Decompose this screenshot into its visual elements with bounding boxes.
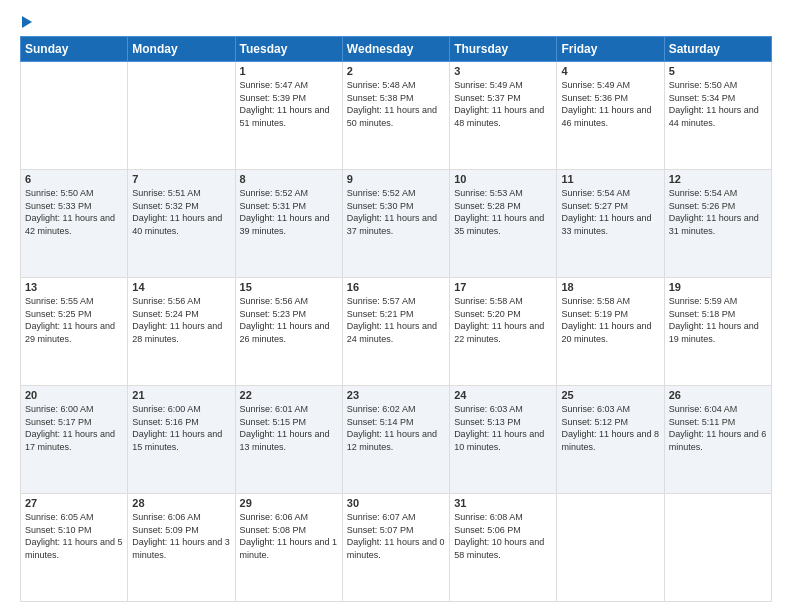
day-number: 18 <box>561 281 659 293</box>
day-number: 1 <box>240 65 338 77</box>
calendar-week-row: 1Sunrise: 5:47 AM Sunset: 5:39 PM Daylig… <box>21 62 772 170</box>
day-number: 9 <box>347 173 445 185</box>
calendar-cell: 12Sunrise: 5:54 AM Sunset: 5:26 PM Dayli… <box>664 170 771 278</box>
day-number: 25 <box>561 389 659 401</box>
day-number: 4 <box>561 65 659 77</box>
calendar-cell: 31Sunrise: 6:08 AM Sunset: 5:06 PM Dayli… <box>450 494 557 602</box>
calendar-week-row: 27Sunrise: 6:05 AM Sunset: 5:10 PM Dayli… <box>21 494 772 602</box>
day-number: 17 <box>454 281 552 293</box>
day-info: Sunrise: 6:03 AM Sunset: 5:13 PM Dayligh… <box>454 403 552 453</box>
calendar-cell: 19Sunrise: 5:59 AM Sunset: 5:18 PM Dayli… <box>664 278 771 386</box>
calendar-cell <box>557 494 664 602</box>
calendar-cell: 28Sunrise: 6:06 AM Sunset: 5:09 PM Dayli… <box>128 494 235 602</box>
calendar-cell: 13Sunrise: 5:55 AM Sunset: 5:25 PM Dayli… <box>21 278 128 386</box>
day-number: 19 <box>669 281 767 293</box>
day-number: 15 <box>240 281 338 293</box>
calendar-body: 1Sunrise: 5:47 AM Sunset: 5:39 PM Daylig… <box>21 62 772 602</box>
day-number: 27 <box>25 497 123 509</box>
day-info: Sunrise: 5:56 AM Sunset: 5:24 PM Dayligh… <box>132 295 230 345</box>
calendar-cell: 17Sunrise: 5:58 AM Sunset: 5:20 PM Dayli… <box>450 278 557 386</box>
calendar-cell: 14Sunrise: 5:56 AM Sunset: 5:24 PM Dayli… <box>128 278 235 386</box>
calendar-cell: 22Sunrise: 6:01 AM Sunset: 5:15 PM Dayli… <box>235 386 342 494</box>
day-info: Sunrise: 5:48 AM Sunset: 5:38 PM Dayligh… <box>347 79 445 129</box>
calendar-cell: 2Sunrise: 5:48 AM Sunset: 5:38 PM Daylig… <box>342 62 449 170</box>
calendar-cell: 20Sunrise: 6:00 AM Sunset: 5:17 PM Dayli… <box>21 386 128 494</box>
day-number: 22 <box>240 389 338 401</box>
day-number: 24 <box>454 389 552 401</box>
day-number: 13 <box>25 281 123 293</box>
calendar-cell: 16Sunrise: 5:57 AM Sunset: 5:21 PM Dayli… <box>342 278 449 386</box>
day-of-week-header: Thursday <box>450 37 557 62</box>
calendar-cell <box>128 62 235 170</box>
day-number: 8 <box>240 173 338 185</box>
day-number: 3 <box>454 65 552 77</box>
day-number: 5 <box>669 65 767 77</box>
page: SundayMondayTuesdayWednesdayThursdayFrid… <box>0 0 792 612</box>
day-info: Sunrise: 6:06 AM Sunset: 5:08 PM Dayligh… <box>240 511 338 561</box>
day-of-week-header: Sunday <box>21 37 128 62</box>
calendar-cell: 7Sunrise: 5:51 AM Sunset: 5:32 PM Daylig… <box>128 170 235 278</box>
calendar-cell: 21Sunrise: 6:00 AM Sunset: 5:16 PM Dayli… <box>128 386 235 494</box>
day-number: 2 <box>347 65 445 77</box>
day-info: Sunrise: 6:04 AM Sunset: 5:11 PM Dayligh… <box>669 403 767 453</box>
day-number: 6 <box>25 173 123 185</box>
days-of-week-row: SundayMondayTuesdayWednesdayThursdayFrid… <box>21 37 772 62</box>
calendar-cell: 5Sunrise: 5:50 AM Sunset: 5:34 PM Daylig… <box>664 62 771 170</box>
day-number: 12 <box>669 173 767 185</box>
day-of-week-header: Monday <box>128 37 235 62</box>
calendar-cell: 6Sunrise: 5:50 AM Sunset: 5:33 PM Daylig… <box>21 170 128 278</box>
calendar-week-row: 13Sunrise: 5:55 AM Sunset: 5:25 PM Dayli… <box>21 278 772 386</box>
day-info: Sunrise: 5:54 AM Sunset: 5:26 PM Dayligh… <box>669 187 767 237</box>
calendar-week-row: 20Sunrise: 6:00 AM Sunset: 5:17 PM Dayli… <box>21 386 772 494</box>
day-info: Sunrise: 5:58 AM Sunset: 5:20 PM Dayligh… <box>454 295 552 345</box>
day-number: 31 <box>454 497 552 509</box>
day-info: Sunrise: 6:01 AM Sunset: 5:15 PM Dayligh… <box>240 403 338 453</box>
day-info: Sunrise: 5:55 AM Sunset: 5:25 PM Dayligh… <box>25 295 123 345</box>
calendar-cell: 30Sunrise: 6:07 AM Sunset: 5:07 PM Dayli… <box>342 494 449 602</box>
calendar-cell: 26Sunrise: 6:04 AM Sunset: 5:11 PM Dayli… <box>664 386 771 494</box>
day-info: Sunrise: 5:50 AM Sunset: 5:34 PM Dayligh… <box>669 79 767 129</box>
day-info: Sunrise: 6:02 AM Sunset: 5:14 PM Dayligh… <box>347 403 445 453</box>
logo-arrow-icon <box>22 16 32 28</box>
calendar-cell <box>664 494 771 602</box>
day-number: 7 <box>132 173 230 185</box>
day-info: Sunrise: 5:58 AM Sunset: 5:19 PM Dayligh… <box>561 295 659 345</box>
day-info: Sunrise: 6:00 AM Sunset: 5:17 PM Dayligh… <box>25 403 123 453</box>
day-info: Sunrise: 5:47 AM Sunset: 5:39 PM Dayligh… <box>240 79 338 129</box>
calendar-cell: 27Sunrise: 6:05 AM Sunset: 5:10 PM Dayli… <box>21 494 128 602</box>
day-info: Sunrise: 5:59 AM Sunset: 5:18 PM Dayligh… <box>669 295 767 345</box>
day-info: Sunrise: 6:06 AM Sunset: 5:09 PM Dayligh… <box>132 511 230 561</box>
logo <box>20 18 32 28</box>
day-of-week-header: Tuesday <box>235 37 342 62</box>
calendar-header: SundayMondayTuesdayWednesdayThursdayFrid… <box>21 37 772 62</box>
header <box>20 18 772 28</box>
day-number: 29 <box>240 497 338 509</box>
calendar-cell: 25Sunrise: 6:03 AM Sunset: 5:12 PM Dayli… <box>557 386 664 494</box>
day-of-week-header: Friday <box>557 37 664 62</box>
day-info: Sunrise: 5:51 AM Sunset: 5:32 PM Dayligh… <box>132 187 230 237</box>
day-info: Sunrise: 5:49 AM Sunset: 5:36 PM Dayligh… <box>561 79 659 129</box>
day-number: 28 <box>132 497 230 509</box>
calendar-week-row: 6Sunrise: 5:50 AM Sunset: 5:33 PM Daylig… <box>21 170 772 278</box>
day-info: Sunrise: 5:50 AM Sunset: 5:33 PM Dayligh… <box>25 187 123 237</box>
calendar-table: SundayMondayTuesdayWednesdayThursdayFrid… <box>20 36 772 602</box>
calendar-cell: 10Sunrise: 5:53 AM Sunset: 5:28 PM Dayli… <box>450 170 557 278</box>
calendar-cell: 3Sunrise: 5:49 AM Sunset: 5:37 PM Daylig… <box>450 62 557 170</box>
day-number: 23 <box>347 389 445 401</box>
calendar-cell: 4Sunrise: 5:49 AM Sunset: 5:36 PM Daylig… <box>557 62 664 170</box>
day-info: Sunrise: 6:00 AM Sunset: 5:16 PM Dayligh… <box>132 403 230 453</box>
calendar-cell: 18Sunrise: 5:58 AM Sunset: 5:19 PM Dayli… <box>557 278 664 386</box>
day-number: 20 <box>25 389 123 401</box>
day-of-week-header: Saturday <box>664 37 771 62</box>
day-number: 11 <box>561 173 659 185</box>
day-info: Sunrise: 5:57 AM Sunset: 5:21 PM Dayligh… <box>347 295 445 345</box>
day-info: Sunrise: 5:54 AM Sunset: 5:27 PM Dayligh… <box>561 187 659 237</box>
day-number: 26 <box>669 389 767 401</box>
day-info: Sunrise: 5:53 AM Sunset: 5:28 PM Dayligh… <box>454 187 552 237</box>
day-info: Sunrise: 5:49 AM Sunset: 5:37 PM Dayligh… <box>454 79 552 129</box>
calendar-cell: 11Sunrise: 5:54 AM Sunset: 5:27 PM Dayli… <box>557 170 664 278</box>
day-info: Sunrise: 6:07 AM Sunset: 5:07 PM Dayligh… <box>347 511 445 561</box>
calendar-cell: 23Sunrise: 6:02 AM Sunset: 5:14 PM Dayli… <box>342 386 449 494</box>
day-number: 10 <box>454 173 552 185</box>
day-info: Sunrise: 5:52 AM Sunset: 5:31 PM Dayligh… <box>240 187 338 237</box>
